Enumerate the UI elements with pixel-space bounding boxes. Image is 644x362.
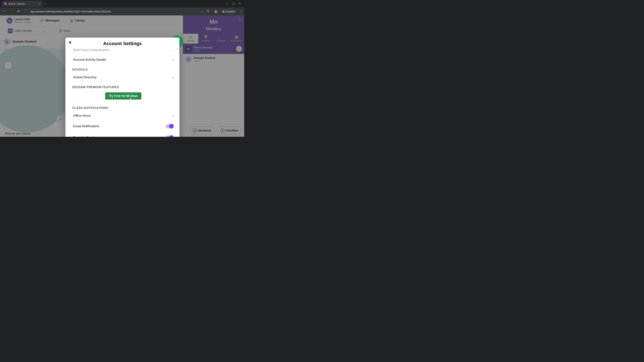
browser-tab[interactable]: S Journal - Seesaw ✕	[2, 1, 42, 7]
new-tab-button[interactable]: +	[44, 2, 46, 5]
row-office-hours[interactable]: Office Hours ›	[72, 111, 174, 120]
push-notifications-toggle[interactable]	[166, 136, 174, 137]
email-notifications-toggle[interactable]	[166, 124, 174, 128]
account-settings-modal: ▲ ▼ ✕ Account Settings Multi-Factor Auth…	[66, 37, 180, 137]
site-info-icon[interactable]: ⋮⋮	[23, 9, 27, 13]
row-label: School Directory	[73, 75, 96, 79]
side-panel-icon[interactable]: ◧	[215, 10, 218, 13]
tab-close-icon[interactable]: ✕	[38, 2, 40, 5]
chevron-right-icon: ›	[172, 58, 174, 61]
modal-header: ✕ Account Settings	[66, 37, 180, 48]
row-label: Push Notifications	[73, 136, 98, 137]
modal-close-icon[interactable]: ✕	[68, 40, 72, 45]
row-label: Account Activity Details	[73, 58, 106, 61]
toggle-knob	[169, 124, 174, 129]
row-email-notifications: Email Notifications	[72, 120, 174, 132]
row-school-directory[interactable]: School Directory ›	[72, 72, 174, 82]
toggle-knob	[169, 135, 174, 137]
row-mfa[interactable]: Multi-Factor Authentication ›	[72, 48, 174, 55]
minimize-icon[interactable]: —	[226, 2, 228, 5]
page: LD Lauren Deli Teacher · 1 Class 💬 Messa…	[0, 15, 244, 137]
incognito-label: Incognito	[226, 10, 235, 13]
tab-title: Journal - Seesaw	[8, 2, 25, 5]
chevron-right-icon: ›	[172, 75, 174, 79]
modal-title: Account Settings	[66, 41, 180, 46]
divider	[212, 9, 212, 13]
window-controls: — ▢ ✕	[226, 2, 243, 5]
back-button[interactable]: ←	[2, 9, 7, 14]
row-push-notifications: Push Notifications	[72, 132, 174, 137]
maximize-icon[interactable]: ▢	[232, 2, 235, 5]
row-label: Email Notifications	[73, 124, 99, 128]
browser-chrome: S Journal - Seesaw ✕ + — ▢ ✕ ← → ⟳ ⋮⋮ ap…	[0, 0, 244, 15]
row-label: Multi-Factor Authentication	[73, 48, 109, 52]
seesaw-favicon: S	[4, 2, 7, 5]
incognito-badge[interactable]: 🕵️ Incognito	[220, 9, 236, 13]
address-bar: ← → ⟳ ⋮⋮ app.seesaw.me/#/class/class.e01…	[0, 7, 244, 15]
modal-body[interactable]: Multi-Factor Authentication › Account Ac…	[66, 48, 180, 137]
bookmark-icon[interactable]: ☆	[201, 10, 204, 13]
try-free-button[interactable]: Try Free for 60 Days	[105, 92, 142, 99]
chevron-right-icon: ›	[172, 48, 174, 52]
row-account-activity[interactable]: Account Activity Details ›	[72, 55, 174, 64]
chevron-right-icon: ›	[172, 114, 174, 117]
section-schools: SCHOOLS	[72, 64, 174, 72]
close-window-icon[interactable]: ✕	[239, 2, 241, 5]
tab-bar: S Journal - Seesaw ✕ + — ▢ ✕	[0, 0, 244, 7]
url-field[interactable]: app.seesaw.me/#/class/class.e01bf4c2-9a2…	[30, 10, 199, 13]
row-label: Office Hours	[73, 114, 91, 117]
reload-button[interactable]: ⟳	[16, 9, 21, 14]
incognito-icon: 🕵️	[222, 10, 225, 13]
extensions-icon[interactable]: ❐	[206, 10, 209, 13]
section-class-notifications: CLASS NOTIFICATIONS	[72, 103, 174, 111]
browser-menu-icon[interactable]: ⋮	[240, 10, 242, 13]
section-premium: SEESAW PREMIUM FEATURES	[72, 82, 174, 90]
forward-button: →	[9, 9, 14, 14]
